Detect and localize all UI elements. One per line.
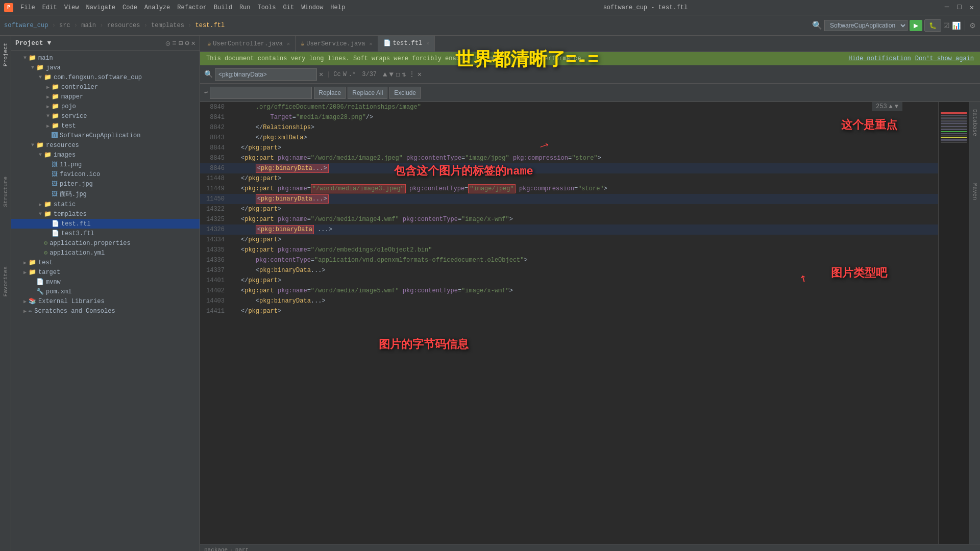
menu-tools[interactable]: Tools (255, 3, 279, 12)
search-count: 3/37 (362, 71, 377, 78)
favorites-tab[interactable]: Favorites (2, 263, 10, 299)
tree-item-target[interactable]: ▶ 📁 target (11, 267, 200, 277)
regex-btn[interactable]: .* (349, 71, 356, 78)
tree-item-pojo[interactable]: ▶ 📁 pojo (11, 102, 200, 111)
code-line-14403: 14403 <pkg:binaryData...> (200, 296, 938, 306)
tree-item-pom[interactable]: 🔧 pom.xml (11, 287, 200, 296)
tree-item-controller[interactable]: ▶ 📁 controller (11, 82, 200, 92)
settings-button[interactable]: ⚙ (969, 21, 976, 30)
tree-item-test3-ftl[interactable]: 📄 test3.ftl (11, 229, 200, 238)
tab-userservice[interactable]: ☕ UserService.java ✕ (296, 36, 378, 52)
close-panel-icon[interactable]: ✕ (191, 39, 195, 47)
structure-tab[interactable]: Structure (2, 173, 10, 210)
dont-show-again-btn[interactable]: Don't show again (915, 55, 974, 62)
menu-edit[interactable]: Edit (39, 3, 60, 12)
database-tab[interactable]: Database (971, 106, 979, 139)
tree-item-java[interactable]: ▼ 📁 java (11, 63, 200, 72)
menu-view[interactable]: View (61, 3, 82, 12)
menu-analyze[interactable]: Analyze (141, 3, 173, 12)
highlight-matches-btn[interactable]: ☐ (396, 70, 400, 79)
word-btn[interactable]: W (343, 71, 347, 78)
tree-item-service[interactable]: ▼ 📁 service (11, 111, 200, 121)
window-title: software_cup - test.ftl (352, 4, 939, 11)
prev-match-btn[interactable]: ▲ (383, 70, 387, 79)
locate-icon[interactable]: ◎ (166, 39, 170, 47)
editor-panel: ☕ UserController.java ✕ ☕ UserService.ja… (200, 36, 980, 551)
minimap (938, 102, 969, 544)
search-clear-icon[interactable]: ✕ (319, 70, 323, 79)
run-button[interactable]: ▶ (910, 20, 922, 31)
coverage-button[interactable]: ☑ (943, 21, 950, 30)
code-line-14402: 14402 <pkg:part pkg:name="/word/media/im… (200, 286, 938, 296)
bottom-breadcrumb: package › part (200, 544, 980, 551)
tab-usercontroller-close[interactable]: ✕ (287, 41, 290, 47)
tree-item-app-props[interactable]: ⚙ application.properties (11, 238, 200, 248)
maximize-button[interactable]: □ (955, 3, 963, 12)
match-case-btn[interactable]: Cc (333, 71, 340, 78)
code-line-8846: 8846 <pkg:binaryData...> (200, 163, 938, 173)
tree-item-favicon[interactable]: 🖼 favicon.ico (11, 169, 200, 179)
replace-button[interactable]: Replace (314, 87, 346, 99)
exclude-button[interactable]: Exclude (389, 87, 421, 99)
profile-button[interactable]: 📊 (952, 21, 961, 30)
menu-run[interactable]: Run (236, 3, 254, 12)
tab-testftl-close[interactable]: ✕ (426, 40, 429, 46)
search-files-icon[interactable]: 🔍 (812, 20, 822, 31)
code-line-14334: 14334 </pkg:part> (200, 235, 938, 245)
code-editor[interactable]: 253 ▲ ▼ 8840 .org/officeDocument/2006/re… (200, 102, 938, 544)
tree-item-templates[interactable]: ▼ 📁 templates (11, 209, 200, 219)
run-config-selector[interactable]: SoftwareCupApplication (824, 20, 908, 31)
hide-notification-btn[interactable]: Hide notification (848, 55, 911, 62)
code-line-11449: 11449 <pkg:part pkg:name="/word/media/im… (200, 184, 938, 194)
tree-item-package[interactable]: ▼ 📁 com.fengxun.software_cup (11, 72, 200, 82)
tree-item-main[interactable]: ▼ 📁 main (11, 53, 200, 63)
menu-help[interactable]: Help (327, 3, 348, 12)
tree-item-scratches[interactable]: ▶ ✏ Scratches and Consoles (11, 306, 200, 316)
expand-all-icon[interactable]: ≡ (172, 39, 176, 47)
menu-code[interactable]: Code (119, 3, 140, 12)
search-input[interactable] (215, 68, 317, 81)
maven-tab[interactable]: Maven (971, 180, 979, 203)
close-search-icon[interactable]: ✕ (418, 70, 422, 79)
tab-userservice-close[interactable]: ✕ (370, 41, 373, 47)
tree-item-app-yml[interactable]: ⚙ application.yml (11, 248, 200, 258)
notification-text: This document contains very long lines. … (206, 55, 844, 62)
tab-userservice-icon: ☕ (301, 40, 304, 47)
tree-item-app-class[interactable]: 🅰 SoftwareCupApplication (11, 131, 200, 140)
tree-item-mvnw[interactable]: 📄 mvnw (11, 277, 200, 287)
tree-item-piter[interactable]: 🖼 piter.jpg (11, 179, 200, 189)
title-bar: P File Edit View Navigate Code Analyze R… (0, 0, 980, 15)
filter-results-btn[interactable]: ⇅ (402, 70, 406, 79)
next-match-btn[interactable]: ▼ (389, 70, 393, 79)
menu-build[interactable]: Build (211, 3, 235, 12)
close-button[interactable]: ✕ (968, 3, 976, 12)
menu-file[interactable]: File (17, 3, 38, 12)
project-title: Project ▼ (15, 39, 164, 47)
code-line-8842: 8842 </Relationships> (200, 122, 938, 133)
tree-item-test-ftl[interactable]: 📄 test.ftl (11, 219, 200, 229)
menu-refactor[interactable]: Refactor (174, 3, 210, 12)
tree-item-11png[interactable]: 🖼 11.png (11, 160, 200, 169)
project-tab[interactable]: Project (2, 40, 10, 69)
tree-item-static[interactable]: ▶ 📁 static (11, 199, 200, 209)
menu-window[interactable]: Window (298, 3, 326, 12)
debug-button[interactable]: 🐛 (924, 19, 941, 32)
settings-icon[interactable]: ⚙ (185, 39, 189, 47)
minimap-highlight (941, 112, 967, 114)
minimize-button[interactable]: ─ (943, 3, 951, 12)
tree-item-images[interactable]: ▼ 📁 images (11, 150, 200, 160)
collapse-all-icon[interactable]: ⊟ (179, 39, 183, 47)
tree-item-resources[interactable]: ▼ 📁 resources (11, 140, 200, 150)
menu-git[interactable]: Git (280, 3, 298, 12)
tree-item-mapper[interactable]: ▶ 📁 mapper (11, 92, 200, 102)
menu-navigate[interactable]: Navigate (83, 3, 118, 12)
tab-testftl[interactable]: 📄 test.ftl ✕ (378, 36, 435, 52)
more-options-btn[interactable]: ⋮ (408, 70, 415, 79)
replace-input[interactable] (210, 87, 312, 99)
replace-all-button[interactable]: Replace All (348, 87, 387, 99)
tab-usercontroller[interactable]: ☕ UserController.java ✕ (202, 36, 296, 52)
tree-item-test[interactable]: ▶ 📁 test (11, 258, 200, 267)
tree-item-face[interactable]: 🖼 面码.jpg (11, 189, 200, 199)
tree-item-ext-libs[interactable]: ▶ 📚 External Libraries (11, 296, 200, 306)
tree-item-test-sub[interactable]: ▶ 📁 test (11, 121, 200, 131)
